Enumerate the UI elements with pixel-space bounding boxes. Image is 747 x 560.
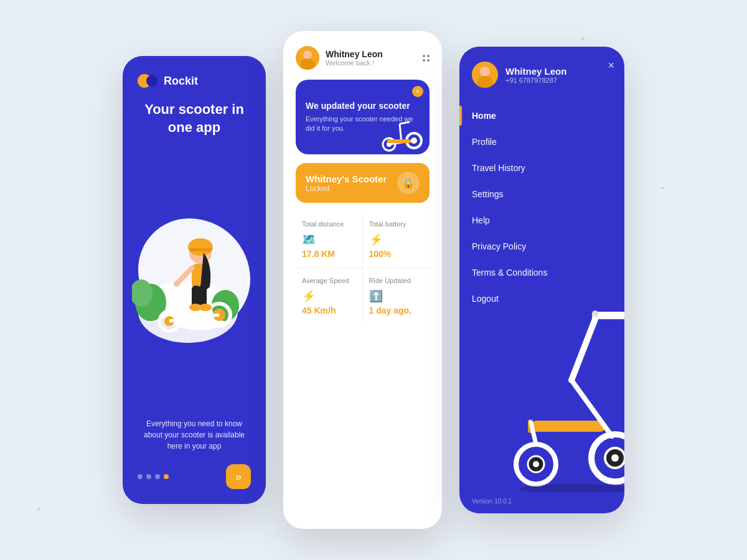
onboard-footer: » [138, 464, 251, 489]
stat-speed-icon: ⚡ [302, 289, 356, 303]
dots-decoration-mid-right: for(let i=0;i<30;i++) document.currentSc… [661, 187, 710, 189]
svg-point-20 [174, 281, 180, 287]
menu-header: Whitney Leon +91 6787978287 × [459, 47, 624, 98]
stat-ride-icon: ⬆️ [369, 289, 424, 303]
menu-item-travel-label: Travel History [472, 163, 525, 173]
phone3-scooter-illustration [512, 306, 624, 495]
version-label: Version 10.0.1 [472, 498, 512, 505]
notification-card: We updated your scooter Everything your … [296, 80, 430, 154]
pagination-dots [138, 474, 169, 479]
svg-rect-13 [189, 248, 212, 251]
user-text: Whitney Leon Welcome back ! [326, 49, 383, 67]
menu-item-travel[interactable]: Travel History [459, 155, 624, 181]
girl-scooter-svg [132, 206, 256, 343]
menu-item-profile[interactable]: Profile [459, 129, 624, 155]
svg-point-18 [199, 304, 212, 311]
scooter-name: Whitney's Scooter [306, 174, 387, 184]
stat-ride: Ride Updated ⬆️ 1 day ago. [363, 268, 430, 324]
svg-point-33 [480, 67, 490, 77]
menu-item-help[interactable]: Help [459, 207, 624, 233]
user-name: Whitney Leon [326, 49, 383, 59]
svg-line-30 [400, 122, 410, 124]
app-header: Rockit [138, 73, 251, 88]
dashboard-header: Whitney Leon Welcome back ! [296, 46, 430, 70]
menu-user-name: Whitney Leon [505, 66, 566, 77]
menu-item-settings[interactable]: Settings [459, 181, 624, 207]
dot-1 [138, 474, 143, 479]
menu-close-button[interactable]: × [608, 59, 614, 72]
menu-item-logout-label: Logout [472, 294, 499, 304]
svg-point-12 [188, 238, 213, 256]
logo-icon [138, 73, 157, 88]
stat-battery-icon: ⚡ [369, 233, 424, 246]
app-name: Rockit [164, 75, 198, 88]
stat-battery-value: 100% [369, 249, 424, 259]
onboard-title: Your scooter in one app [138, 101, 251, 136]
menu-user-info: Whitney Leon +91 6787978287 [505, 66, 566, 84]
menu-item-help-label: Help [472, 215, 490, 225]
lock-button[interactable]: 🔒 [397, 172, 420, 194]
menu-item-terms[interactable]: Terms & Conditions [459, 259, 624, 286]
svg-point-22 [303, 50, 312, 59]
menu-item-home[interactable]: Home [459, 103, 624, 129]
phone-menu: Whitney Leon +91 6787978287 × Home Profi… [459, 47, 624, 513]
user-subtitle: Welcome back ! [326, 59, 383, 67]
next-button[interactable]: » [226, 464, 251, 489]
stat-battery-label: Total battery [369, 220, 424, 228]
menu-item-privacy-label: Privacy Policy [472, 241, 526, 251]
menu-avatar [472, 62, 498, 88]
stat-distance-icon: 🗺️ [302, 233, 356, 246]
menu-item-settings-label: Settings [472, 189, 504, 199]
svg-point-42 [611, 454, 619, 462]
phone-dashboard: Whitney Leon Welcome back ! We updated y… [283, 31, 442, 529]
stat-battery: Total battery ⚡ 100% [363, 212, 430, 268]
svg-line-37 [571, 319, 595, 380]
stat-ride-value: 1 day ago. [369, 306, 424, 315]
dots-decoration-bottom-left: for(let i=0;i<36;i++) document.currentSc… [37, 508, 86, 510]
stat-speed-value: 45 Km/h [302, 306, 356, 315]
stat-speed-label: Average Speed [302, 277, 356, 284]
menu-dots-button[interactable] [423, 55, 430, 62]
phones-container: Rockit Your scooter in one app [123, 31, 624, 529]
svg-line-47 [609, 435, 615, 436]
onboard-description: Everything you need to know about your s… [138, 418, 251, 452]
stat-ride-label: Ride Updated [369, 277, 424, 284]
svg-rect-38 [531, 421, 606, 432]
phone-onboarding: Rockit Your scooter in one app [123, 56, 266, 504]
dot-4-active [164, 474, 169, 479]
svg-point-45 [533, 461, 539, 467]
stat-distance: Total distance 🗺️ 17.8 KM [296, 212, 363, 268]
stats-grid: Total distance 🗺️ 17.8 KM Total battery … [296, 212, 430, 324]
menu-user-phone: +91 6787978287 [505, 77, 566, 84]
stat-speed: Average Speed ⚡ 45 Km/h [296, 268, 363, 324]
active-indicator [459, 106, 462, 126]
menu-item-terms-label: Terms & Conditions [472, 268, 547, 278]
stat-distance-label: Total distance [302, 220, 356, 228]
svg-rect-31 [387, 139, 411, 143]
menu-item-home-label: Home [472, 111, 496, 121]
scooter-lock-card[interactable]: Whitney's Scooter Locked 🔒 [296, 163, 430, 203]
menu-item-privacy[interactable]: Privacy Policy [459, 233, 624, 259]
onboard-illustration [131, 142, 257, 406]
user-avatar [296, 46, 319, 70]
dot-3 [155, 474, 160, 479]
menu-item-profile-label: Profile [472, 137, 497, 147]
user-info: Whitney Leon Welcome back ! [296, 46, 383, 70]
notif-scooter-image [380, 96, 423, 154]
scooter-status: Locked [306, 184, 387, 193]
stat-distance-value: 17.8 KM [302, 249, 356, 259]
dot-2 [146, 474, 151, 479]
scooter-card-text: Whitney's Scooter Locked [306, 174, 387, 193]
